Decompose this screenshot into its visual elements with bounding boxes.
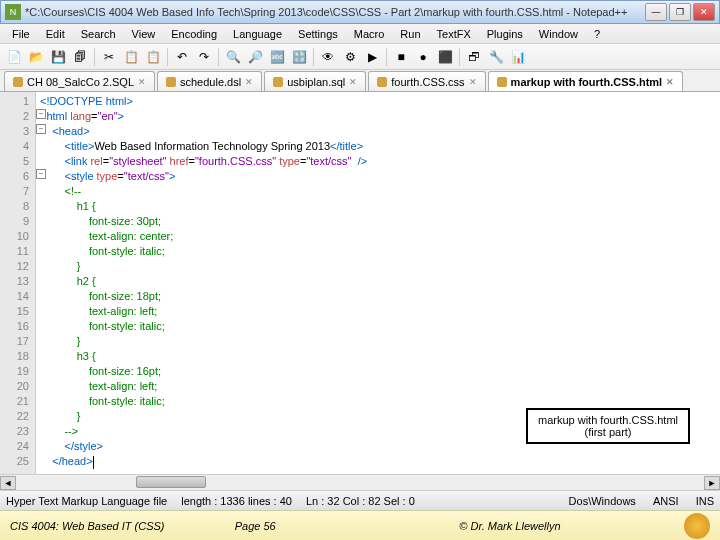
editor: 1234567891011121314151617181920212223242… xyxy=(0,92,720,474)
status-filetype: Hyper Text Markup Language file xyxy=(6,495,167,507)
menu-?[interactable]: ? xyxy=(586,26,608,42)
line-gutter: 1234567891011121314151617181920212223242… xyxy=(0,92,36,474)
toolbar-button-14[interactable]: ⚙ xyxy=(340,47,360,67)
menu-edit[interactable]: Edit xyxy=(38,26,73,42)
status-eol: Dos\Windows xyxy=(569,495,636,507)
toolbar-button-10[interactable]: 🔎 xyxy=(245,47,265,67)
file-icon xyxy=(273,77,283,87)
tab-markup-with-fourth-css-html[interactable]: markup with fourth.CSS.html✕ xyxy=(488,71,684,91)
status-insert: INS xyxy=(696,495,714,507)
toolbar-button-8[interactable]: ↷ xyxy=(194,47,214,67)
tab-label: CH 08_SalcCo 2.SQL xyxy=(27,76,134,88)
menu-settings[interactable]: Settings xyxy=(290,26,346,42)
toolbar-button-0[interactable]: 📄 xyxy=(4,47,24,67)
file-icon xyxy=(166,77,176,87)
close-button[interactable]: ✕ xyxy=(693,3,715,21)
menu-macro[interactable]: Macro xyxy=(346,26,393,42)
close-icon[interactable]: ✕ xyxy=(138,77,146,87)
toolbar-button-2[interactable]: 💾 xyxy=(48,47,68,67)
footer-left: CIS 4004: Web Based IT (CSS) xyxy=(10,520,235,532)
toolbar-button-16[interactable]: ■ xyxy=(391,47,411,67)
window-buttons: — ❐ ✕ xyxy=(645,3,715,21)
menubar: FileEditSearchViewEncodingLanguageSettin… xyxy=(0,24,720,44)
toolbar-button-5[interactable]: 📋 xyxy=(121,47,141,67)
footer-center: Page 56 xyxy=(235,520,460,532)
toolbar-button-11[interactable]: 🔤 xyxy=(267,47,287,67)
footer-right: © Dr. Mark Llewellyn xyxy=(459,520,684,532)
toolbar-button-6[interactable]: 📋 xyxy=(143,47,163,67)
maximize-button[interactable]: ❐ xyxy=(669,3,691,21)
toolbar-button-20[interactable]: 🔧 xyxy=(486,47,506,67)
file-icon xyxy=(497,77,507,87)
menu-plugins[interactable]: Plugins xyxy=(479,26,531,42)
tab-label: fourth.CSS.css xyxy=(391,76,464,88)
tab-usbiplan-sql[interactable]: usbiplan.sql✕ xyxy=(264,71,366,91)
annotation-callout: markup with fourth.CSS.html (first part) xyxy=(526,408,690,444)
menu-search[interactable]: Search xyxy=(73,26,124,42)
status-encoding: ANSI xyxy=(653,495,679,507)
close-icon[interactable]: ✕ xyxy=(469,77,477,87)
scroll-right-button[interactable]: ► xyxy=(704,476,720,490)
menu-file[interactable]: File xyxy=(4,26,38,42)
window-title: *C:\Courses\CIS 4004 Web Based Info Tech… xyxy=(25,6,645,18)
status-length: length : 1336 lines : 40 xyxy=(181,495,292,507)
app-icon: N xyxy=(5,4,21,20)
toolbar-button-17[interactable]: ● xyxy=(413,47,433,67)
toolbar-button-15[interactable]: ▶ xyxy=(362,47,382,67)
file-icon xyxy=(377,77,387,87)
toolbar: 📄📂💾🗐✂📋📋↶↷🔍🔎🔤🔡👁⚙▶■●⬛🗗🔧📊 xyxy=(0,44,720,70)
close-icon[interactable]: ✕ xyxy=(245,77,253,87)
toolbar-button-19[interactable]: 🗗 xyxy=(464,47,484,67)
toolbar-button-18[interactable]: ⬛ xyxy=(435,47,455,67)
tab-label: markup with fourth.CSS.html xyxy=(511,76,663,88)
menu-language[interactable]: Language xyxy=(225,26,290,42)
menu-run[interactable]: Run xyxy=(392,26,428,42)
titlebar: N *C:\Courses\CIS 4004 Web Based Info Te… xyxy=(0,0,720,24)
toolbar-button-7[interactable]: ↶ xyxy=(172,47,192,67)
close-icon[interactable]: ✕ xyxy=(349,77,357,87)
status-position: Ln : 32 Col : 82 Sel : 0 xyxy=(306,495,415,507)
status-right: Dos\Windows ANSI INS xyxy=(555,495,714,507)
menu-encoding[interactable]: Encoding xyxy=(163,26,225,42)
statusbar: Hyper Text Markup Language file length :… xyxy=(0,490,720,510)
toolbar-button-3[interactable]: 🗐 xyxy=(70,47,90,67)
tab-schedule-dsl[interactable]: schedule.dsl✕ xyxy=(157,71,262,91)
callout-line2: (first part) xyxy=(538,426,678,438)
tab-label: usbiplan.sql xyxy=(287,76,345,88)
slide-footer: CIS 4004: Web Based IT (CSS) Page 56 © D… xyxy=(0,510,720,540)
minimize-button[interactable]: — xyxy=(645,3,667,21)
tab-label: schedule.dsl xyxy=(180,76,241,88)
toolbar-button-1[interactable]: 📂 xyxy=(26,47,46,67)
tab-fourth-css-css[interactable]: fourth.CSS.css✕ xyxy=(368,71,485,91)
toolbar-button-13[interactable]: 👁 xyxy=(318,47,338,67)
horizontal-scrollbar[interactable]: ◄ ► xyxy=(0,474,720,490)
toolbar-button-12[interactable]: 🔡 xyxy=(289,47,309,67)
menu-view[interactable]: View xyxy=(124,26,164,42)
scroll-thumb[interactable] xyxy=(136,476,206,488)
tab-ch-08-salcco-2-sql[interactable]: CH 08_SalcCo 2.SQL✕ xyxy=(4,71,155,91)
tabbar: CH 08_SalcCo 2.SQL✕schedule.dsl✕usbiplan… xyxy=(0,70,720,92)
menu-textfx[interactable]: TextFX xyxy=(429,26,479,42)
toolbar-button-4[interactable]: ✂ xyxy=(99,47,119,67)
file-icon xyxy=(13,77,23,87)
ucf-logo-icon xyxy=(684,513,710,539)
callout-line1: markup with fourth.CSS.html xyxy=(538,414,678,426)
scroll-left-button[interactable]: ◄ xyxy=(0,476,16,490)
toolbar-button-21[interactable]: 📊 xyxy=(508,47,528,67)
toolbar-button-9[interactable]: 🔍 xyxy=(223,47,243,67)
scroll-track[interactable] xyxy=(16,476,704,490)
close-icon[interactable]: ✕ xyxy=(666,77,674,87)
menu-window[interactable]: Window xyxy=(531,26,586,42)
